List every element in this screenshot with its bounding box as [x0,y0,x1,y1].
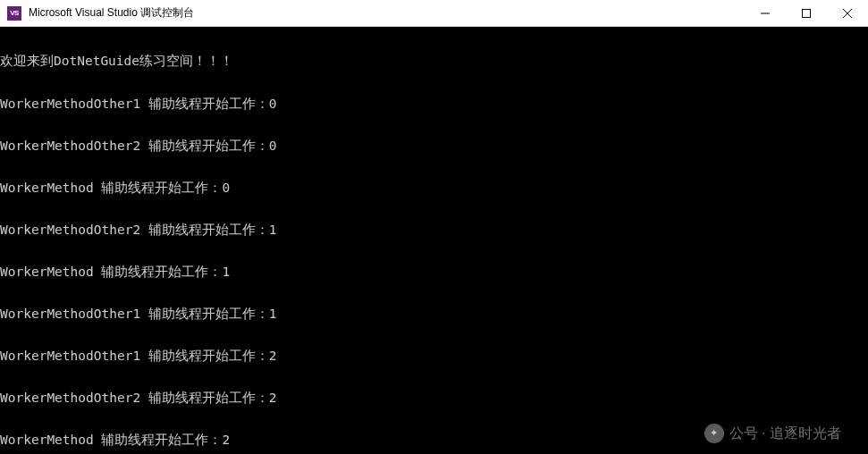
minimize-icon [761,9,770,18]
console-line: WorkerMethod 辅助线程开始工作：1 [0,265,868,280]
minimize-button[interactable] [745,0,786,27]
svg-rect-1 [803,9,811,17]
console-line: WorkerMethodOther2 辅助线程开始工作：2 [0,391,868,406]
window-titlebar: VS Microsoft Visual Studio 调试控制台 [0,0,868,27]
maximize-icon [802,9,811,18]
vs-icon: VS [7,6,21,21]
console-line: WorkerMethodOther2 辅助线程开始工作：1 [0,223,868,238]
console-output[interactable]: 欢迎来到DotNetGuide练习空间！！！ WorkerMethodOther… [0,27,868,454]
console-line: WorkerMethodOther1 辅助线程开始工作：2 [0,349,868,364]
console-line: 欢迎来到DotNetGuide练习空间！！！ [0,55,868,69]
maximize-button[interactable] [786,0,827,27]
console-line: WorkerMethodOther1 辅助线程开始工作：1 [0,307,868,322]
window-title: Microsoft Visual Studio 调试控制台 [29,5,194,21]
console-line: WorkerMethodOther1 辅助线程开始工作：0 [0,97,868,112]
console-line: WorkerMethodOther2 辅助线程开始工作：0 [0,139,868,154]
close-icon [843,9,852,18]
console-line: WorkerMethod 辅助线程开始工作：2 [0,433,868,448]
console-line: WorkerMethod 辅助线程开始工作：0 [0,181,868,196]
close-button[interactable] [827,0,868,27]
